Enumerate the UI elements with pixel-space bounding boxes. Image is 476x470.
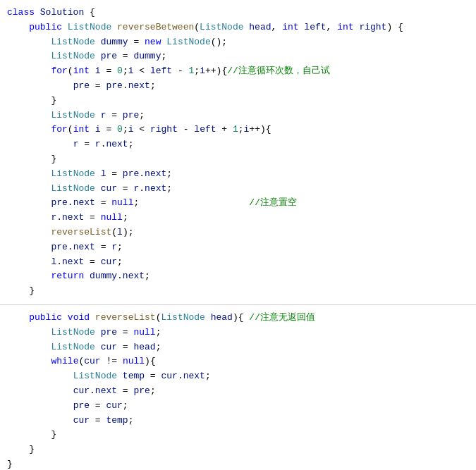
id-token: pre [51, 240, 67, 255]
plain-token: ( [68, 64, 73, 79]
kw-token: int [337, 20, 359, 35]
code-line: return dummy.next; [0, 269, 476, 284]
id-token: head [133, 340, 155, 355]
spacer-token [139, 196, 249, 211]
type-token: ListNode [68, 20, 117, 35]
plain-token: . [56, 211, 62, 225]
type-token: ListNode [73, 369, 123, 384]
plain-token: ; [194, 64, 200, 79]
kw-token: int [73, 123, 95, 137]
indent-space [7, 414, 73, 428]
id-token: i [128, 64, 140, 79]
kw-token: public [29, 311, 68, 326]
plain-token: . [139, 182, 145, 197]
kw-token: null [111, 196, 133, 211]
plain-token: = [123, 384, 134, 399]
plain-token: = [84, 137, 95, 152]
kw-token: new [145, 35, 166, 50]
plain-token: = [95, 414, 106, 428]
plain-token: } [51, 94, 56, 109]
id-token: next [73, 196, 101, 211]
code-line: r.next = null; [0, 211, 476, 225]
plain-token: ; [123, 399, 128, 414]
id-token: r [101, 109, 112, 123]
id-token: next [123, 269, 145, 284]
kw-token: null [101, 211, 123, 225]
indent-space [7, 137, 73, 152]
code-line: pre = cur; [0, 399, 476, 414]
plain-token: ( [194, 20, 200, 35]
kw-token: for [51, 64, 67, 79]
kw-token: class [7, 6, 40, 20]
id-token: l [51, 255, 56, 270]
plain-token: } [51, 152, 56, 167]
id-token: temp [106, 414, 128, 428]
plain-token: ( [111, 225, 117, 240]
code-line: pre = pre.next; [0, 79, 476, 94]
id-token: i [95, 123, 106, 137]
code-line: public ListNode reverseBetween(ListNode … [0, 20, 476, 35]
code-line: ListNode cur = head; [0, 340, 476, 355]
plain-token: = [95, 399, 106, 414]
id-token: cur [106, 399, 122, 414]
code-line: ListNode pre = null; [0, 326, 476, 340]
id-token: next [62, 255, 90, 270]
indent-space [7, 79, 73, 94]
id-token: left [194, 123, 221, 137]
code-line: public void reverseList(ListNode head){ … [0, 311, 476, 326]
indent-space [7, 326, 51, 340]
indent-space [7, 152, 51, 167]
plain-token: = [123, 182, 134, 197]
plain-token: (); [211, 35, 227, 50]
plain-token: = [111, 167, 123, 182]
plain-token: } [7, 457, 13, 470]
code-line: } [0, 428, 476, 443]
indent-space [7, 369, 73, 384]
code-container: class Solution { public ListNode reverse… [0, 0, 476, 470]
code-line: while(cur != null){ [0, 354, 476, 369]
id-token: next [128, 79, 150, 94]
plain-token: = [133, 35, 145, 50]
indent-space [7, 284, 29, 299]
id-token: dummy [133, 49, 161, 64]
id-token: pre [101, 326, 123, 340]
code-line: cur.next = pre; [0, 384, 476, 399]
plain-token: ; [123, 211, 128, 225]
plain-token: ; [128, 414, 134, 428]
id-token: head [249, 20, 271, 35]
plain-token: . [56, 255, 62, 270]
plain-token: ( [156, 311, 161, 326]
fn-token: reverseList [95, 311, 156, 326]
indent-space [7, 196, 51, 211]
id-token: r [73, 137, 85, 152]
code-line: pre.next = null; //注意置空 [0, 196, 476, 211]
plain-token: = [101, 240, 112, 255]
plain-token: { [90, 6, 95, 20]
plain-token: ; [117, 240, 123, 255]
type-token: ListNode [51, 109, 100, 123]
plain-token: } [29, 284, 35, 299]
plain-token: != [106, 354, 122, 369]
id-token: cur [73, 414, 95, 428]
plain-token: } [51, 428, 56, 443]
num-token: 0 [117, 64, 123, 79]
indent-space [7, 269, 51, 284]
type-token: ListNode [51, 35, 100, 50]
code-line: reverseList(l); [0, 225, 476, 240]
plain-token: . [68, 196, 73, 211]
type-token: ListNode [51, 340, 100, 355]
indent-space [7, 399, 73, 414]
indent-space [7, 225, 51, 240]
fn-token: reverseBetween [117, 20, 194, 35]
id-token: head [211, 311, 233, 326]
plain-token: ( [78, 354, 84, 369]
plain-token: . [123, 79, 128, 94]
plain-token: ){ [145, 354, 156, 369]
id-token: right [359, 20, 386, 35]
kw-token: return [51, 269, 90, 284]
indent-space [7, 340, 51, 355]
plain-token: < [139, 64, 150, 79]
code-line: ListNode dummy = new ListNode(); [0, 35, 476, 50]
id-token: cur [101, 340, 123, 355]
id-token: pre [123, 109, 139, 123]
